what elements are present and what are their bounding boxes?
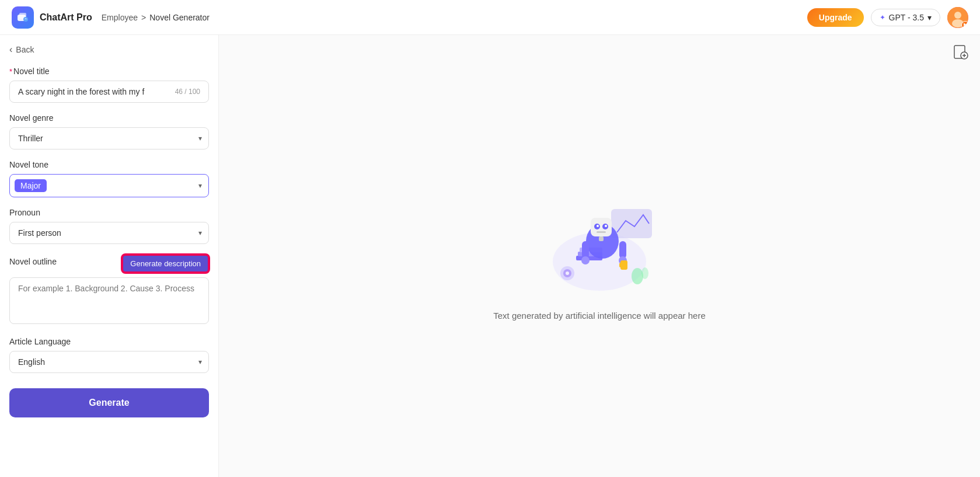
- tone-value: Major: [15, 179, 47, 192]
- gpt-label: GPT - 3.5: [889, 13, 924, 22]
- svg-rect-21: [597, 231, 606, 233]
- pronoun-value: First person: [18, 228, 61, 238]
- language-chevron-icon: ▾: [198, 358, 202, 366]
- language-value: English: [18, 357, 45, 367]
- logo-area: ChatArt Pro: [12, 6, 92, 29]
- outline-header: Novel outline Generate description: [9, 255, 209, 273]
- back-button[interactable]: ‹ Back: [9, 44, 209, 55]
- required-mark: *: [9, 67, 12, 76]
- novel-genre-group: Novel genre Thriller ▾: [9, 113, 209, 149]
- header-right: Upgrade ✦ GPT - 3.5 ▾ ▶: [807, 7, 968, 28]
- novel-tone-label: Novel tone: [9, 160, 209, 169]
- empty-state-text: Text generated by artificial intelligenc…: [493, 311, 706, 321]
- breadcrumb: Employee > Novel Generator: [102, 13, 210, 22]
- svg-point-31: [641, 267, 648, 279]
- genre-value: Thriller: [18, 134, 43, 143]
- char-count: 46 / 100: [175, 88, 200, 96]
- breadcrumb-parent: Employee: [102, 13, 138, 22]
- article-language-group: Article Language English ▾: [9, 337, 209, 373]
- generate-description-button[interactable]: Generate description: [122, 255, 209, 273]
- left-panel: ‹ Back * Novel title A scary night in th…: [0, 35, 219, 477]
- novel-genre-select-wrapper: Thriller ▾: [9, 127, 209, 149]
- svg-point-20: [605, 225, 607, 227]
- novel-tone-select-wrapper: Major ▾: [9, 174, 209, 197]
- app-name: ChatArt Pro: [40, 12, 92, 23]
- novel-genre-label: Novel genre: [9, 113, 209, 123]
- svg-point-25: [581, 256, 590, 264]
- genre-chevron-icon: ▾: [198, 134, 202, 142]
- gpt-star-icon: ✦: [880, 13, 885, 22]
- svg-point-33: [566, 271, 569, 275]
- novel-outline-label: Novel outline: [9, 257, 57, 266]
- pronoun-label: Pronoun: [9, 208, 209, 217]
- right-panel: Text generated by artificial intelligenc…: [219, 35, 980, 477]
- logo-icon: [12, 6, 34, 29]
- language-select[interactable]: English ▾: [9, 351, 209, 373]
- novel-tone-group: Novel tone Major ▾: [9, 160, 209, 197]
- novel-genre-select[interactable]: Thriller ▾: [9, 127, 209, 149]
- save-icon[interactable]: [953, 44, 968, 63]
- main-layout: ‹ Back * Novel title A scary night in th…: [0, 35, 980, 477]
- svg-rect-23: [582, 241, 589, 259]
- svg-rect-16: [591, 218, 612, 236]
- pronoun-group: Pronoun First person ▾: [9, 208, 209, 244]
- svg-rect-11: [611, 209, 652, 238]
- svg-rect-24: [619, 241, 626, 259]
- outline-textarea[interactable]: [9, 277, 209, 324]
- generate-button[interactable]: Generate: [9, 388, 209, 417]
- upgrade-button[interactable]: Upgrade: [807, 8, 864, 27]
- novel-tone-select[interactable]: Major: [9, 174, 209, 197]
- pronoun-select[interactable]: First person ▾: [9, 222, 209, 244]
- novel-title-input-wrapper[interactable]: A scary night in the forest with my f 46…: [9, 81, 209, 103]
- back-label: Back: [16, 45, 34, 54]
- article-language-label: Article Language: [9, 337, 209, 346]
- novel-title-value: A scary night in the forest with my f: [18, 87, 170, 96]
- breadcrumb-separator: >: [141, 13, 146, 22]
- language-select-wrapper: English ▾: [9, 351, 209, 373]
- avatar-badge: ▶: [961, 21, 968, 28]
- gpt-chevron-icon: ▾: [927, 13, 932, 22]
- svg-point-19: [597, 225, 599, 227]
- svg-point-2: [23, 17, 28, 22]
- pronoun-chevron-icon: ▾: [198, 229, 202, 237]
- svg-rect-28: [619, 263, 622, 267]
- novel-title-label: * Novel title: [9, 67, 209, 76]
- gpt-selector[interactable]: ✦ GPT - 3.5 ▾: [871, 9, 940, 26]
- novel-title-group: * Novel title A scary night in the fores…: [9, 67, 209, 103]
- breadcrumb-current: Novel Generator: [149, 13, 210, 22]
- svg-point-30: [632, 268, 643, 284]
- back-arrow-icon: ‹: [9, 44, 12, 55]
- svg-point-4: [954, 12, 961, 19]
- avatar[interactable]: ▶: [947, 7, 968, 28]
- header: ChatArt Pro Employee > Novel Generator U…: [0, 0, 980, 35]
- svg-rect-22: [599, 236, 604, 241]
- pronoun-select-wrapper: First person ▾: [9, 222, 209, 244]
- robot-illustration: [535, 192, 664, 297]
- novel-outline-group: Novel outline Generate description: [9, 255, 209, 326]
